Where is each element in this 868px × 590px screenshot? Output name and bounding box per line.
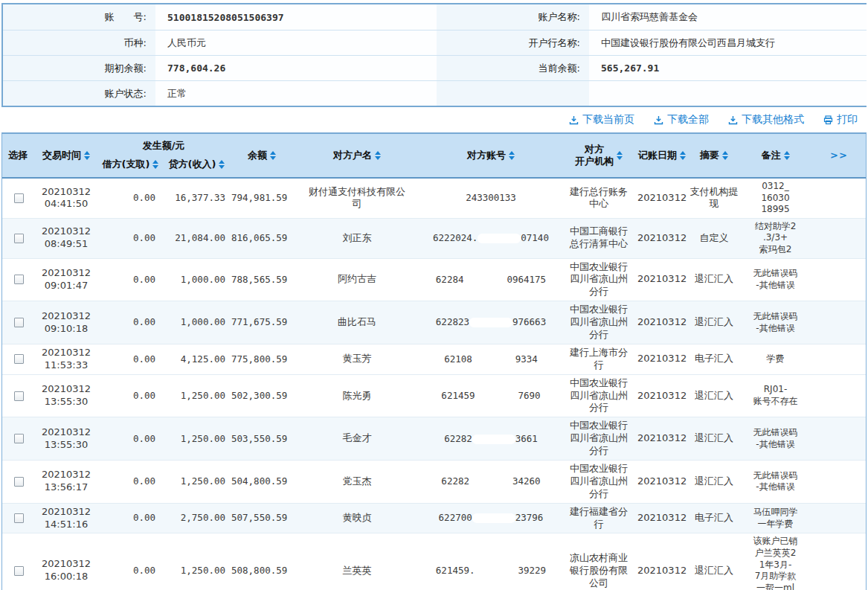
- debit-amount: 0.00: [97, 510, 163, 526]
- download-icon: [569, 115, 579, 125]
- download-current-page-link[interactable]: 下载当前页: [569, 113, 634, 126]
- account-name-label: 账户名称:: [437, 4, 589, 30]
- balance-amount: 794,981.59: [230, 190, 294, 206]
- remark-text: 学费: [740, 351, 811, 368]
- debit-amount: 0.00: [97, 473, 163, 490]
- print-link[interactable]: 打印: [823, 113, 858, 126]
- posting-date: 20210312: [636, 350, 688, 368]
- download-icon: [728, 115, 738, 125]
- header-debit[interactable]: 借方(支取): [97, 157, 164, 172]
- sort-arrows-icon[interactable]: [270, 151, 276, 160]
- row-more-cell: [811, 394, 867, 398]
- download-icon: [654, 115, 663, 125]
- sort-arrows-icon[interactable]: [152, 160, 158, 169]
- bank-name-label: 开户行名称:: [437, 30, 589, 55]
- summary-text: 退汇汇入: [688, 388, 740, 405]
- balance-amount: 775,800.59: [230, 351, 294, 368]
- credit-amount: 1,000.00: [163, 272, 230, 288]
- account-number-value: 51001815208051506397: [155, 4, 437, 30]
- counterparty-name: 兰英英: [294, 562, 420, 580]
- credit-amount: 1,250.00: [163, 473, 230, 490]
- sort-arrows-icon[interactable]: [784, 151, 790, 160]
- transaction-time: 20210312 16:00:18: [35, 556, 97, 586]
- header-counterparty-account[interactable]: 对方账号: [420, 148, 562, 163]
- counterparty-name: 党玉杰: [294, 473, 420, 490]
- row-checkbox[interactable]: [14, 434, 24, 443]
- header-counterparty-name[interactable]: 对方户名: [294, 148, 420, 163]
- counterparty-name: 黄映贞: [294, 510, 420, 527]
- current-balance-label: 当前余额:: [437, 55, 589, 80]
- row-select-cell: [2, 510, 35, 527]
- row-checkbox[interactable]: [14, 477, 24, 487]
- row-select-cell: [2, 314, 35, 331]
- row-checkbox[interactable]: [14, 318, 24, 327]
- counterparty-account: 621459.39229: [420, 562, 562, 579]
- counterparty-account: 621089334: [420, 351, 562, 368]
- header-balance[interactable]: 余额: [230, 148, 294, 163]
- header-credit[interactable]: 贷方(收入): [164, 157, 230, 172]
- summary-text: 退汇汇入: [688, 473, 740, 490]
- transaction-time: 20210312 08:49:51: [35, 223, 97, 253]
- table-row: 20210312 09:01:47 0.00 1,000.00 788,565.…: [2, 258, 866, 301]
- row-checkbox[interactable]: [14, 354, 24, 364]
- counterparty-bank: 中国工商银行 总行清算中心: [562, 223, 636, 253]
- debit-amount: 0.00: [97, 190, 163, 206]
- row-select-cell: [2, 190, 35, 207]
- account-name-value: 四川省索玛慈善基金会: [589, 4, 867, 30]
- summary-text: 支付机构提 现: [688, 184, 740, 214]
- account-mask: [472, 435, 515, 444]
- row-checkbox[interactable]: [14, 234, 24, 243]
- balance-amount: 816,065.59: [230, 230, 294, 246]
- counterparty-bank: 中国农业银行 四川省凉山州 分行: [562, 417, 636, 460]
- counterparty-name: 阿约古吉: [294, 271, 420, 288]
- table-row: 20210312 13:55:30 0.00 1,250.00 503,550.…: [2, 417, 866, 460]
- counterparty-name: 财付通支付科技有限公 司: [294, 184, 420, 214]
- sort-arrows-icon[interactable]: [219, 160, 225, 169]
- opening-balance-value: 778,604.26: [155, 55, 437, 80]
- sort-arrows-icon[interactable]: [509, 151, 515, 160]
- row-checkbox[interactable]: [14, 566, 24, 576]
- row-checkbox[interactable]: [14, 275, 24, 284]
- row-select-cell: [2, 230, 35, 247]
- table-row: 20210312 08:49:51 0.00 21,084.00 816,065…: [2, 218, 866, 258]
- counterparty-bank: 建行福建省分 行: [562, 504, 636, 533]
- sort-arrows-icon[interactable]: [722, 151, 728, 160]
- header-transaction-time[interactable]: 交易时间: [35, 148, 97, 163]
- transaction-time: 20210312 13:56:17: [35, 466, 97, 496]
- counterparty-name: 刘正东: [294, 230, 420, 247]
- counterparty-account: 622823661: [420, 431, 562, 447]
- account-mask: [472, 513, 515, 523]
- credit-amount: 4,125.00: [163, 351, 230, 368]
- credit-amount: 1,250.00: [163, 431, 230, 447]
- credit-amount: 1,000.00: [163, 314, 230, 330]
- row-checkbox[interactable]: [14, 513, 24, 523]
- row-select-cell: [2, 430, 35, 447]
- header-posting-date[interactable]: 记账日期: [636, 148, 688, 163]
- current-balance-value: 565,267.91: [589, 55, 867, 80]
- sort-arrows-icon[interactable]: [617, 151, 623, 160]
- credit-amount: 2,750.00: [163, 510, 230, 526]
- counterparty-bank: 中国农业银行 四川省凉山州 分行: [562, 259, 636, 301]
- summary-text: 电子汇入: [688, 350, 740, 368]
- currency-label: 币种:: [3, 30, 155, 55]
- counterparty-account: 622840964175: [420, 272, 562, 288]
- sort-arrows-icon[interactable]: [375, 151, 381, 160]
- header-amount-group: 发生额/元 借方(支取) 贷方(收入): [97, 139, 230, 172]
- posting-date: 20210312: [636, 388, 688, 405]
- more-columns-link[interactable]: >>: [811, 148, 867, 163]
- row-more-cell: [811, 196, 867, 200]
- row-checkbox[interactable]: [14, 193, 24, 203]
- download-other-format-link[interactable]: 下载其他格式: [728, 113, 804, 126]
- counterparty-account: 6222024.07140: [420, 230, 562, 246]
- header-counterparty-bank[interactable]: 对方 开户机构: [562, 142, 636, 170]
- row-more-cell: [811, 236, 867, 240]
- sort-arrows-icon[interactable]: [680, 151, 686, 160]
- header-remark[interactable]: 备注: [740, 148, 811, 163]
- header-summary[interactable]: 摘要: [688, 148, 740, 163]
- table-row: 20210312 16:00:18 0.00 1,250.00 508,800.…: [2, 533, 866, 590]
- debit-amount: 0.00: [97, 431, 163, 447]
- download-all-link[interactable]: 下载全部: [654, 113, 709, 126]
- row-checkbox[interactable]: [14, 391, 24, 401]
- sort-arrows-icon[interactable]: [84, 151, 90, 160]
- counterparty-name: 毛金才: [294, 430, 420, 447]
